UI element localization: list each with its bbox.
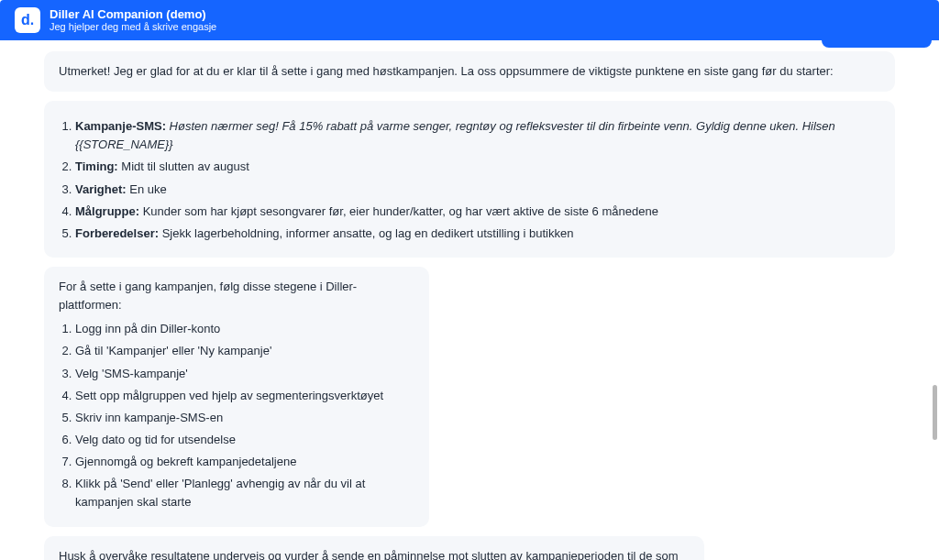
summary-label: Kampanje-SMS: xyxy=(75,119,166,133)
summary-item: Timing: Midt til slutten av august xyxy=(75,158,880,176)
step-item: Skriv inn kampanje-SMS-en xyxy=(75,409,414,427)
step-item: Velg dato og tid for utsendelse xyxy=(75,431,414,449)
summary-item: Forberedelser: Sjekk lagerbeholdning, in… xyxy=(75,225,880,243)
step-item: Sett opp målgruppen ved hjelp av segment… xyxy=(75,387,414,405)
steps-list: Logg inn på din Diller-konto Gå til 'Kam… xyxy=(75,320,414,511)
step-item: Velg 'SMS-kampanje' xyxy=(75,365,414,383)
summary-label: Varighet: xyxy=(75,182,127,196)
scrollbar-thumb[interactable] xyxy=(933,385,937,440)
summary-label: Timing: xyxy=(75,159,118,173)
steps-lead-text: For å sette i gang kampanjen, følg disse… xyxy=(59,278,414,314)
summary-value: En uke xyxy=(129,182,166,196)
message-intro: Utmerket! Jeg er glad for at du er klar … xyxy=(44,51,895,92)
message-summary: Kampanje-SMS: Høsten nærmer seg! Få 15% … xyxy=(44,101,895,258)
step-item: Gjennomgå og bekreft kampanjedetaljene xyxy=(75,453,414,471)
message-intro-text: Utmerket! Jeg er glad for at du er klar … xyxy=(59,64,834,78)
step-item: Gå til 'Kampanjer' eller 'Ny kampanje' xyxy=(75,342,414,360)
reminder-text: Husk å overvåke resultatene underveis og… xyxy=(59,549,679,560)
message-reminder: Husk å overvåke resultatene underveis og… xyxy=(44,536,704,560)
summary-label: Forberedelser: xyxy=(75,226,159,240)
step-item: Logg inn på din Diller-konto xyxy=(75,320,414,338)
summary-label: Målgruppe: xyxy=(75,204,139,218)
summary-item: Kampanje-SMS: Høsten nærmer seg! Få 15% … xyxy=(75,117,880,154)
summary-value: Sjekk lagerbeholdning, informer ansatte,… xyxy=(162,226,574,240)
step-item: Klikk på 'Send' eller 'Planlegg' avhengi… xyxy=(75,475,414,511)
summary-item: Varighet: En uke xyxy=(75,181,880,199)
brand-logo-text: d. xyxy=(21,12,34,28)
brand-logo: d. xyxy=(15,7,40,33)
summary-list: Kampanje-SMS: Høsten nærmer seg! Få 15% … xyxy=(75,117,880,243)
app-title: Diller AI Companion (demo) xyxy=(50,7,216,22)
summary-value: Kunder som har kjøpt sesongvarer før, ei… xyxy=(143,204,658,218)
summary-item: Målgruppe: Kunder som har kjøpt sesongva… xyxy=(75,203,880,221)
header-text-block: Diller AI Companion (demo) Jeg hjelper d… xyxy=(50,7,216,34)
message-steps: For å sette i gang kampanjen, følg disse… xyxy=(44,267,429,527)
summary-value: Høsten nærmer seg! Få 15% rabatt på varm… xyxy=(75,119,835,151)
app-header: d. Diller AI Companion (demo) Jeg hjelpe… xyxy=(0,0,939,40)
summary-value: Midt til slutten av august xyxy=(121,159,249,173)
app-subtitle: Jeg hjelper deg med å skrive engasje xyxy=(50,21,216,33)
chat-scroll-area[interactable]: Utmerket! Jeg er glad for at du er klar … xyxy=(0,40,939,560)
